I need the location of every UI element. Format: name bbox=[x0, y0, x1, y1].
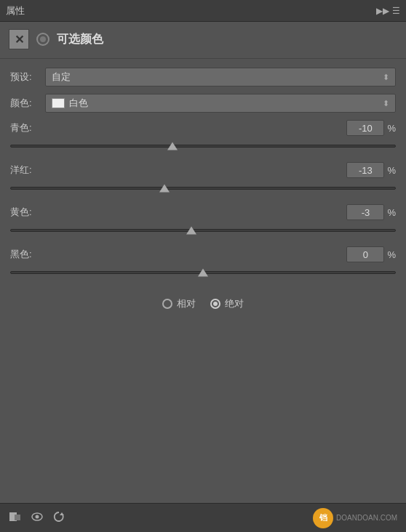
radio-absolute[interactable]: 绝对 bbox=[210, 297, 244, 310]
preset-value: 自定 bbox=[52, 70, 71, 84]
radio-absolute-dot bbox=[213, 302, 218, 306]
magenta-track[interactable] bbox=[10, 187, 396, 190]
cyan-thumb[interactable] bbox=[167, 142, 178, 150]
preset-select[interactable]: 自定 ⬍ bbox=[45, 68, 396, 86]
cyan-track[interactable] bbox=[10, 145, 396, 148]
content-area: 预设: 自定 ⬍ 颜色: 白色 ⬍ 青色: % bbox=[0, 60, 406, 503]
color-arrow: ⬍ bbox=[383, 99, 389, 108]
magenta-thumb[interactable] bbox=[159, 185, 170, 193]
cyan-top-row: 青色: % bbox=[10, 120, 396, 136]
reset-icon bbox=[52, 510, 65, 523]
yellow-top-row: 黄色: % bbox=[10, 204, 396, 220]
toolbar-icon-3[interactable] bbox=[52, 510, 65, 526]
cyan-track-container bbox=[10, 139, 396, 153]
radio-relative-circle[interactable] bbox=[162, 299, 172, 309]
header-bar: 属性 ▶▶ ☰ bbox=[0, 0, 406, 22]
toolbar-icon-1[interactable] bbox=[9, 510, 22, 526]
x-icon: ✕ bbox=[15, 33, 24, 47]
yellow-pct: % bbox=[387, 207, 396, 218]
brand-section: 铛 DOANDOAN.COM bbox=[313, 508, 397, 528]
magenta-track-container bbox=[10, 181, 396, 196]
preset-row: 预设: 自定 ⬍ bbox=[10, 68, 396, 86]
color-label: 颜色: bbox=[10, 97, 41, 110]
cyan-label: 青色: bbox=[10, 121, 32, 134]
panel-title: 属性 bbox=[6, 4, 376, 17]
black-input[interactable] bbox=[346, 246, 384, 262]
svg-point-3 bbox=[36, 515, 39, 518]
yellow-input[interactable] bbox=[346, 204, 384, 220]
black-track[interactable] bbox=[10, 271, 396, 274]
magenta-label: 洋红: bbox=[10, 164, 32, 177]
yellow-slider-section: 黄色: % bbox=[10, 204, 396, 238]
layer-dot-icon[interactable] bbox=[36, 33, 49, 46]
cyan-input[interactable] bbox=[346, 120, 384, 136]
magenta-slider-section: 洋红: % bbox=[10, 162, 396, 196]
yellow-thumb[interactable] bbox=[186, 227, 196, 235]
brand-logo: 铛 bbox=[313, 508, 333, 528]
black-pct: % bbox=[387, 249, 396, 260]
forward-icon[interactable]: ▶▶ bbox=[376, 6, 389, 16]
color-value: 白色 bbox=[69, 97, 378, 110]
preset-arrow: ⬍ bbox=[383, 73, 389, 82]
divider-1 bbox=[0, 58, 406, 59]
svg-marker-4 bbox=[60, 512, 64, 515]
header-icons: ▶▶ ☰ bbox=[376, 6, 400, 16]
cyan-slider-section: 青色: % bbox=[10, 120, 396, 153]
menu-icon[interactable]: ☰ bbox=[392, 6, 400, 16]
layer-title-row: ✕ 可选颜色 bbox=[0, 22, 406, 57]
eye-icon bbox=[31, 510, 44, 523]
radio-relative[interactable]: 相对 bbox=[162, 297, 196, 310]
yellow-track-container bbox=[10, 223, 396, 238]
color-swatch bbox=[52, 98, 65, 108]
radio-relative-label: 相对 bbox=[177, 297, 196, 310]
mask-icon bbox=[9, 510, 22, 523]
cyan-value-group: % bbox=[346, 120, 396, 136]
bottom-toolbar: 铛 DOANDOAN.COM bbox=[0, 503, 406, 532]
radio-absolute-circle[interactable] bbox=[210, 299, 220, 309]
yellow-label: 黄色: bbox=[10, 206, 32, 219]
svg-rect-1 bbox=[15, 515, 20, 520]
black-slider-section: 黑色: % bbox=[10, 246, 396, 280]
brand-text: DOANDOAN.COM bbox=[336, 514, 397, 522]
preset-label: 预设: bbox=[10, 70, 41, 84]
color-row: 颜色: 白色 ⬍ bbox=[10, 94, 396, 113]
layer-dot-inner bbox=[40, 36, 46, 42]
toolbar-icon-2[interactable] bbox=[31, 510, 44, 526]
radio-absolute-label: 绝对 bbox=[225, 297, 244, 310]
black-top-row: 黑色: % bbox=[10, 246, 396, 262]
magenta-pct: % bbox=[387, 165, 396, 176]
layer-name: 可选颜色 bbox=[57, 32, 103, 47]
magenta-top-row: 洋红: % bbox=[10, 162, 396, 178]
yellow-track[interactable] bbox=[10, 229, 396, 232]
layer-visibility-icon[interactable]: ✕ bbox=[9, 29, 29, 49]
black-thumb[interactable] bbox=[198, 269, 208, 277]
radio-row: 相对 绝对 bbox=[10, 297, 396, 310]
panel: 属性 ▶▶ ☰ ✕ 可选颜色 预设: 自定 ⬍ 颜色: bbox=[0, 0, 406, 532]
black-value-group: % bbox=[346, 246, 396, 262]
black-label: 黑色: bbox=[10, 248, 32, 261]
magenta-input[interactable] bbox=[346, 162, 384, 178]
magenta-value-group: % bbox=[346, 162, 396, 178]
yellow-value-group: % bbox=[346, 204, 396, 220]
cyan-pct: % bbox=[387, 123, 396, 134]
color-select[interactable]: 白色 ⬍ bbox=[45, 94, 396, 113]
black-track-container bbox=[10, 265, 396, 280]
